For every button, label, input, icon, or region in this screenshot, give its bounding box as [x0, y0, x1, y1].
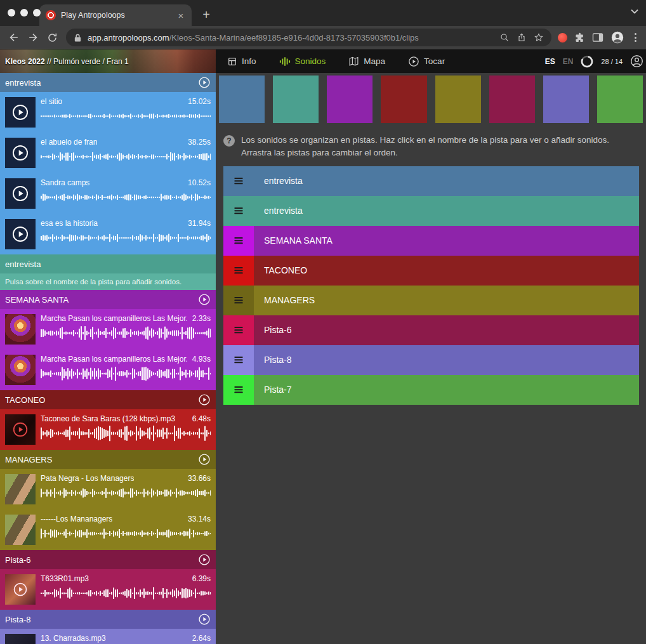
- browser-menu-icon[interactable]: [631, 33, 640, 42]
- url-path: /Kleos-Santa-Marina/eef89185-e916-4d0d-8…: [169, 33, 419, 43]
- drag-handle-icon[interactable]: [223, 226, 254, 256]
- track-section-header[interactable]: SEMANA SANTA: [0, 290, 216, 309]
- extensions-puzzle-icon[interactable]: [574, 32, 585, 43]
- track-row-entrevista-1[interactable]: entrevista: [223, 166, 639, 196]
- share-icon[interactable]: [517, 32, 527, 43]
- track-section-header[interactable]: MANAGERS: [0, 450, 216, 469]
- track-row-pista-7[interactable]: Pista-7: [223, 375, 639, 405]
- drag-handle-icon[interactable]: [223, 166, 254, 196]
- track-row-managers[interactable]: MANAGERS: [223, 286, 639, 315]
- breadcrumb-separator: //: [45, 57, 53, 66]
- track-section-header[interactable]: Pista-6: [0, 550, 216, 569]
- audio-clip[interactable]: el abuelo de fran38.25s: [0, 133, 216, 173]
- audio-clip[interactable]: esa es la historia31.94s: [0, 214, 216, 254]
- track-swatch-pista-7[interactable]: [597, 76, 643, 123]
- track-row-pista-6[interactable]: Pista-6: [223, 315, 639, 345]
- track-section-header[interactable]: TACONEO: [0, 390, 216, 409]
- tab-close-icon[interactable]: ×: [175, 10, 187, 21]
- clip-thumbnail[interactable]: [5, 314, 36, 345]
- play-track-icon[interactable]: [198, 293, 211, 306]
- clip-thumbnail[interactable]: [5, 634, 36, 644]
- nav-tab-sonidos[interactable]: Sonidos: [279, 56, 326, 67]
- audio-clip[interactable]: ------Los Mananagers33.14s: [0, 509, 216, 550]
- clip-duration: 31.94s: [188, 219, 211, 228]
- track-row-entrevista-2[interactable]: entrevista: [223, 196, 639, 226]
- address-bar[interactable]: app.antropoloops.com/Kleos-Santa-Marina/…: [66, 29, 551, 46]
- clip-body: Marcha Pasan los campanilleros Las Mejor…: [41, 355, 211, 385]
- clip-duration: 38.25s: [188, 138, 211, 147]
- remix-name: Pulmón verde / Fran 1: [53, 57, 129, 66]
- clip-thumbnail[interactable]: [5, 574, 36, 605]
- track-section-header[interactable]: entrevista: [0, 254, 216, 273]
- nav-label-sonidos: Sonidos: [295, 56, 326, 66]
- track-swatch-entrevista-2[interactable]: [273, 76, 319, 123]
- audio-clip[interactable]: 13. Charradas.mp32.64s: [0, 629, 216, 644]
- play-track-icon[interactable]: [198, 76, 211, 89]
- browser-tab[interactable]: Play Antropoloops ×: [39, 4, 192, 26]
- zoom-icon[interactable]: [499, 32, 510, 43]
- clip-thumbnail[interactable]: [5, 414, 36, 445]
- recording-extension-icon[interactable]: [558, 33, 567, 43]
- track-swatch-pista-8[interactable]: [543, 76, 589, 123]
- waveform: [41, 485, 211, 501]
- project-photo[interactable]: Kleos 2022 // Pulmón verde / Fran 1: [0, 49, 216, 73]
- lang-en-button[interactable]: EN: [563, 57, 574, 66]
- back-button[interactable]: [5, 29, 23, 46]
- lang-es-button[interactable]: ES: [545, 57, 555, 66]
- track-section-taconeo: TACONEO Taconeo de Sara Baras (128 kbps)…: [0, 390, 216, 450]
- drag-handle-icon[interactable]: [223, 256, 254, 286]
- minimize-window-button[interactable]: [20, 9, 28, 16]
- account-icon[interactable]: [630, 55, 643, 68]
- tab-search-chevron-icon[interactable]: [631, 9, 638, 14]
- new-tab-button[interactable]: +: [197, 5, 216, 24]
- drag-handle-icon[interactable]: [223, 375, 254, 405]
- project-breadcrumb[interactable]: Kleos 2022 // Pulmón verde / Fran 1: [5, 57, 129, 66]
- nav-tab-tocar[interactable]: Tocar: [408, 56, 445, 67]
- app-nav: Info Sonidos Mapa Tocar: [227, 56, 445, 67]
- clip-thumbnail[interactable]: [5, 138, 36, 168]
- track-row-pista-8[interactable]: Pista-8: [223, 345, 639, 375]
- track-swatch-managers[interactable]: [435, 76, 481, 123]
- audio-clip[interactable]: Marcha Pasan los campanilleros Las Mejor…: [0, 309, 216, 350]
- drag-handle-icon[interactable]: [223, 286, 254, 315]
- audio-clip[interactable]: el sitio15.02s: [0, 92, 216, 133]
- drag-handle-icon[interactable]: [223, 196, 254, 226]
- track-section-header[interactable]: Pista-8: [0, 610, 216, 629]
- track-swatch-pista-6[interactable]: [489, 76, 535, 123]
- clip-thumbnail[interactable]: [5, 474, 36, 504]
- forward-button[interactable]: [24, 29, 42, 46]
- play-track-icon[interactable]: [198, 453, 211, 466]
- play-track-icon[interactable]: [198, 553, 211, 566]
- track-swatch-taconeo[interactable]: [381, 76, 426, 123]
- track-row-semana-santa[interactable]: SEMANA SANTA: [223, 226, 639, 256]
- track-section-header[interactable]: entrevista: [0, 73, 216, 92]
- clip-thumbnail[interactable]: [5, 178, 36, 209]
- clip-thumbnail[interactable]: [5, 219, 36, 249]
- close-window-button[interactable]: [8, 9, 15, 16]
- clip-thumbnail[interactable]: [5, 355, 36, 385]
- audio-clip[interactable]: T633R01.mp36.39s: [0, 569, 216, 610]
- reload-button[interactable]: [43, 29, 61, 46]
- play-track-icon[interactable]: [198, 393, 211, 406]
- play-track-icon[interactable]: [198, 613, 211, 626]
- audio-clip[interactable]: Sandra camps10.52s: [0, 173, 216, 214]
- drag-handle-icon[interactable]: [223, 345, 254, 375]
- clip-duration: 33.66s: [188, 474, 211, 483]
- audio-clip[interactable]: Taconeo de Sara Baras (128 kbps).mp36.48…: [0, 409, 216, 450]
- nav-tab-mapa[interactable]: Mapa: [348, 56, 385, 67]
- audio-clip[interactable]: Marcha Pasan los campanilleros Las Mejor…: [0, 350, 216, 390]
- track-row-taconeo[interactable]: TACONEO: [223, 256, 639, 286]
- url-text[interactable]: app.antropoloops.com/Kleos-Santa-Marina/…: [88, 33, 494, 43]
- track-swatch-entrevista-1[interactable]: [219, 76, 265, 123]
- clip-thumbnail[interactable]: [5, 97, 36, 128]
- clip-thumbnail[interactable]: [5, 515, 36, 545]
- drag-handle-icon[interactable]: [223, 315, 254, 345]
- bookmark-star-icon[interactable]: [534, 32, 544, 43]
- profile-avatar-icon[interactable]: [610, 30, 624, 44]
- side-panel-icon[interactable]: [592, 32, 603, 43]
- nav-tab-info[interactable]: Info: [227, 56, 256, 67]
- track-swatch-semana-santa[interactable]: [327, 76, 372, 123]
- audio-clip[interactable]: Pata Negra - Los Managers33.66s: [0, 469, 216, 509]
- zoom-window-button[interactable]: [33, 9, 41, 16]
- clip-title: Marcha Pasan los campanilleros Las Mejor…: [41, 314, 187, 323]
